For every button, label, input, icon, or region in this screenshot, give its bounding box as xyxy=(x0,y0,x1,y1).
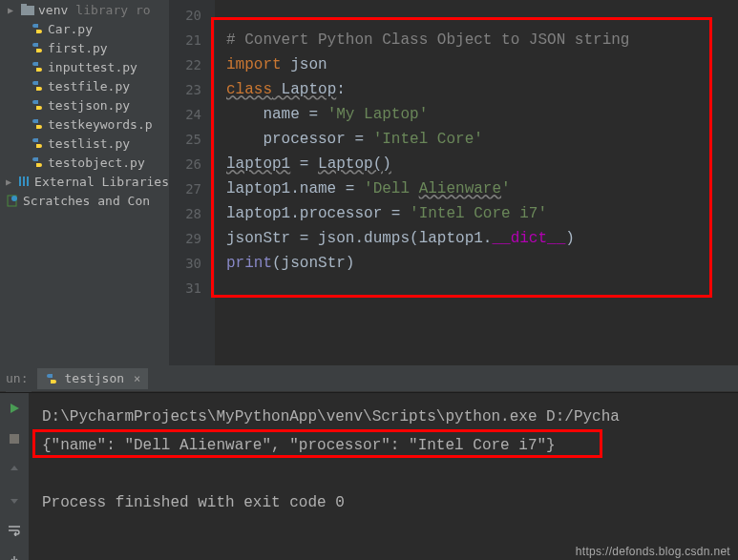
chevron-right-icon: ▶ xyxy=(6,176,13,187)
line-number-gutter: 202122232425262728293031 xyxy=(169,0,215,365)
python-file-icon xyxy=(31,41,44,54)
code-line[interactable]: laptop1.processor = 'Intel Core i7' xyxy=(226,201,738,226)
watermark: https://defonds.blog.csdn.net xyxy=(576,545,730,558)
close-icon[interactable]: × xyxy=(130,372,140,385)
code-line[interactable]: name = 'My Laptop' xyxy=(226,102,738,127)
library-icon xyxy=(17,175,31,188)
console-line: D:\PycharmProjects\MyPythonApp\venv\Scri… xyxy=(42,403,730,431)
tree-label: Car.py xyxy=(48,22,93,36)
project-sidebar[interactable]: ▶ venv library ro Car.pyfirst.pyinputtes… xyxy=(0,0,169,365)
svg-rect-2 xyxy=(19,176,21,186)
tree-label: testkeywords.p xyxy=(48,117,153,132)
tree-label: testfile.py xyxy=(48,79,130,93)
code-line[interactable]: laptop1.name = 'Dell Alienware' xyxy=(226,176,738,201)
code-line[interactable]: class Laptop: xyxy=(226,77,738,102)
code-editor[interactable]: 202122232425262728293031 # Convert Pytho… xyxy=(169,0,738,365)
console-output[interactable]: D:\PycharmProjects\MyPythonApp\venv\Scri… xyxy=(29,393,738,560)
scroll-to-end-button[interactable] xyxy=(5,551,24,560)
folder-icon xyxy=(21,3,34,16)
tree-file[interactable]: testfile.py xyxy=(0,76,169,95)
tree-file[interactable]: testkeywords.p xyxy=(0,114,169,134)
run-toolwindow: D:\PycharmProjects\MyPythonApp\venv\Scri… xyxy=(0,392,738,560)
code-line[interactable]: laptop1 = Laptop() xyxy=(226,152,738,176)
tree-file[interactable]: first.py xyxy=(0,38,169,57)
tree-label: testobject.py xyxy=(48,156,145,170)
code-line[interactable]: # Convert Python Class Object to JSON st… xyxy=(226,28,738,52)
code-line[interactable] xyxy=(226,3,738,28)
code-line[interactable]: jsonStr = json.dumps(laptop1.__dict__) xyxy=(226,226,738,251)
tree-file[interactable]: Car.py xyxy=(0,19,169,38)
tree-label: External Libraries xyxy=(34,175,169,189)
python-file-icon xyxy=(31,79,44,93)
console-line: Process finished with exit code 0 xyxy=(42,488,730,517)
run-tab[interactable]: testjson × xyxy=(37,368,148,389)
chevron-right-icon: ▶ xyxy=(8,5,17,15)
tree-folder-venv[interactable]: ▶ venv library ro xyxy=(0,0,169,19)
code-line[interactable]: import json xyxy=(226,52,738,77)
tree-label: testlist.py xyxy=(48,136,130,151)
step-down-button[interactable] xyxy=(5,490,24,509)
code-line[interactable]: print(jsonStr) xyxy=(226,251,738,276)
run-rail xyxy=(0,393,29,560)
run-tab-label: testjson xyxy=(64,371,124,385)
svg-point-6 xyxy=(11,196,17,201)
step-up-button[interactable] xyxy=(5,460,24,479)
code-line[interactable] xyxy=(226,276,738,301)
console-line: {"name": "Dell Alienware", "processor": … xyxy=(42,431,730,460)
tree-note: library ro xyxy=(75,3,150,17)
tree-file[interactable]: testlist.py xyxy=(0,134,169,153)
tree-scratches[interactable]: Scratches and Con xyxy=(0,191,169,210)
tree-external-libraries[interactable]: ▶ External Libraries xyxy=(0,172,169,191)
console-line xyxy=(42,460,730,488)
stop-button[interactable] xyxy=(5,429,24,448)
tree-file[interactable]: inputtest.py xyxy=(0,57,169,76)
svg-rect-4 xyxy=(27,176,29,186)
tree-label: Scratches and Con xyxy=(23,194,150,208)
code-area[interactable]: # Convert Python Class Object to JSON st… xyxy=(215,0,738,365)
python-file-icon xyxy=(45,372,58,385)
soft-wrap-button[interactable] xyxy=(5,521,24,540)
tree-label: first.py xyxy=(48,41,108,55)
svg-rect-1 xyxy=(21,4,27,8)
svg-rect-7 xyxy=(10,434,19,444)
python-file-icon xyxy=(31,60,44,73)
python-file-icon xyxy=(31,156,44,169)
rerun-button[interactable] xyxy=(5,399,24,418)
python-file-icon xyxy=(31,98,44,112)
tree-file[interactable]: testjson.py xyxy=(0,95,169,114)
tree-file[interactable]: testobject.py xyxy=(0,153,169,172)
tree-label: venv xyxy=(38,3,68,17)
scratch-icon xyxy=(6,194,19,207)
tree-label: inputtest.py xyxy=(48,60,137,74)
run-label: un: xyxy=(6,365,32,392)
code-line[interactable]: processor = 'Intel Core' xyxy=(226,127,738,152)
tree-label: testjson.py xyxy=(48,98,130,113)
python-file-icon xyxy=(31,136,44,150)
svg-rect-3 xyxy=(23,176,25,186)
run-toolwindow-header[interactable]: un: testjson × xyxy=(0,365,738,392)
python-file-icon xyxy=(31,117,44,131)
python-file-icon xyxy=(31,22,44,35)
